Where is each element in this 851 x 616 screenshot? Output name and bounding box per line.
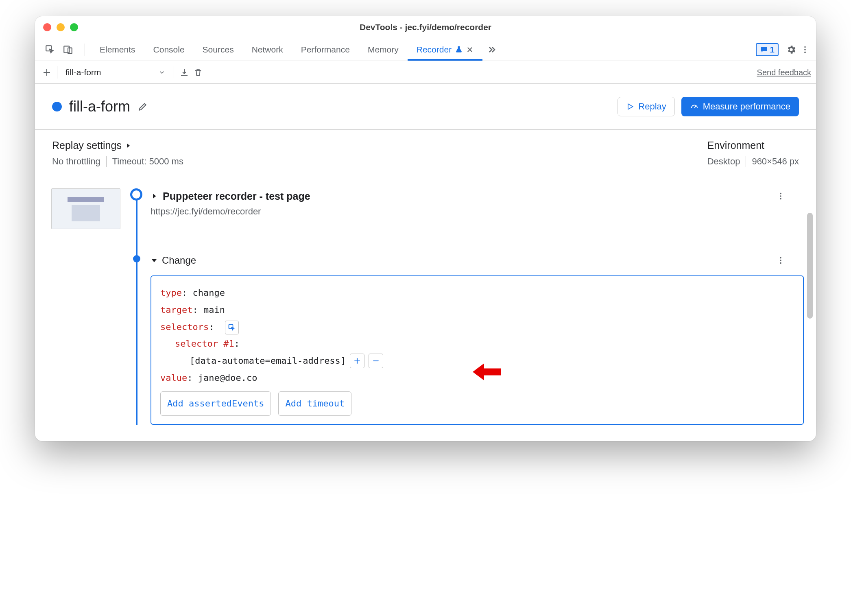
tab-console[interactable]: Console <box>144 38 194 61</box>
titlebar: DevTools - jec.fyi/demo/recorder <box>35 16 816 38</box>
tab-recorder[interactable]: Recorder <box>408 38 482 61</box>
remove-selector-button[interactable] <box>369 354 383 368</box>
svg-point-3 <box>804 46 806 48</box>
step-title: Puppeteer recorder - test page <box>163 190 310 202</box>
add-selector-button[interactable] <box>350 354 364 368</box>
detail-value[interactable]: change <box>192 288 225 298</box>
timeline-node-icon <box>130 188 142 201</box>
devtools-window: DevTools - jec.fyi/demo/recorder Element… <box>35 16 816 441</box>
svg-rect-1 <box>64 46 69 52</box>
step-details: type: change target: main selectors: <box>151 275 804 425</box>
chevron-right-icon <box>125 142 131 149</box>
flask-icon <box>455 46 463 54</box>
measure-performance-button[interactable]: Measure performance <box>681 97 799 116</box>
add-recording-icon[interactable] <box>40 66 54 79</box>
chevron-down-icon[interactable] <box>151 257 158 264</box>
page-thumbnail[interactable] <box>51 188 120 229</box>
timeline-node-icon <box>133 255 140 262</box>
settings-icon[interactable] <box>784 43 798 57</box>
issues-badge[interactable]: 1 <box>756 43 779 56</box>
window-title: DevTools - jec.fyi/demo/recorder <box>35 22 816 32</box>
kebab-menu-icon[interactable] <box>798 43 812 57</box>
svg-point-10 <box>780 260 781 261</box>
chevron-down-icon <box>158 69 166 76</box>
timeout-value: Timeout: 5000 ms <box>112 156 183 167</box>
delete-icon[interactable] <box>191 66 205 79</box>
inspect-element-icon[interactable] <box>43 43 57 57</box>
more-tabs-icon[interactable] <box>485 43 499 57</box>
device-value: Desktop <box>707 156 740 167</box>
send-feedback-link[interactable]: Send feedback <box>757 68 811 77</box>
svg-point-9 <box>780 257 781 259</box>
detail-value[interactable]: jane@doe.co <box>198 373 257 383</box>
throttling-value: No throttling <box>52 156 100 167</box>
tab-network[interactable]: Network <box>243 38 292 61</box>
detail-key: target <box>160 305 192 315</box>
pick-selector-icon[interactable] <box>225 321 239 334</box>
scrollbar[interactable] <box>807 205 813 425</box>
add-timeout-button[interactable]: Add timeout <box>278 391 351 416</box>
detail-key: selectors <box>160 322 209 332</box>
environment-title: Environment <box>707 140 799 151</box>
replay-button[interactable]: Replay <box>618 97 674 116</box>
step-url: https://jec.fyi/demo/recorder <box>151 206 804 217</box>
detail-value[interactable]: main <box>203 305 225 315</box>
selector-value[interactable]: [data-automate=email-address] <box>190 352 346 369</box>
step-change: Change type: change target: main <box>130 253 804 425</box>
close-icon[interactable] <box>466 46 474 53</box>
step-menu-icon[interactable] <box>774 189 788 203</box>
replay-settings-toggle[interactable]: Replay settings <box>52 140 183 151</box>
detail-key: selector #1 <box>175 339 234 349</box>
steps-area: Puppeteer recorder - test page https://j… <box>35 180 816 441</box>
tab-elements[interactable]: Elements <box>91 38 144 61</box>
tab-memory[interactable]: Memory <box>359 38 408 61</box>
edit-title-icon[interactable] <box>136 100 150 114</box>
svg-rect-0 <box>46 46 51 51</box>
recording-header: fill-a-form Replay Measure performance <box>35 84 816 130</box>
detail-key: value <box>160 373 187 383</box>
gauge-icon <box>690 102 699 111</box>
recording-picker[interactable]: fill-a-form <box>61 66 170 79</box>
add-asserted-events-button[interactable]: Add assertedEvents <box>160 391 271 416</box>
svg-point-11 <box>780 262 781 264</box>
recorder-toolbar: fill-a-form Send feedback <box>35 61 816 84</box>
step-title: Change <box>162 255 196 266</box>
recording-indicator-icon <box>52 102 62 111</box>
svg-point-5 <box>804 51 806 53</box>
svg-point-7 <box>780 195 781 197</box>
svg-point-6 <box>780 193 781 194</box>
download-icon[interactable] <box>177 66 191 79</box>
chevron-right-icon[interactable] <box>151 192 158 200</box>
svg-point-8 <box>780 198 781 200</box>
svg-rect-12 <box>229 324 233 328</box>
message-icon <box>760 46 768 54</box>
tab-performance[interactable]: Performance <box>292 38 359 61</box>
recording-title: fill-a-form <box>69 98 130 115</box>
step-navigate: Puppeteer recorder - test page https://j… <box>130 188 804 217</box>
settings-row: Replay settings No throttling Timeout: 5… <box>35 130 816 180</box>
devtools-tabbar: Elements Console Sources Network Perform… <box>35 38 816 61</box>
play-icon <box>626 103 634 111</box>
svg-point-4 <box>804 49 806 50</box>
device-toolbar-icon[interactable] <box>61 43 75 57</box>
detail-key: type <box>160 288 182 298</box>
step-menu-icon[interactable] <box>774 253 788 267</box>
tab-sources[interactable]: Sources <box>194 38 243 61</box>
viewport-value: 960×546 px <box>752 156 799 167</box>
annotation-arrow-icon <box>473 362 501 382</box>
